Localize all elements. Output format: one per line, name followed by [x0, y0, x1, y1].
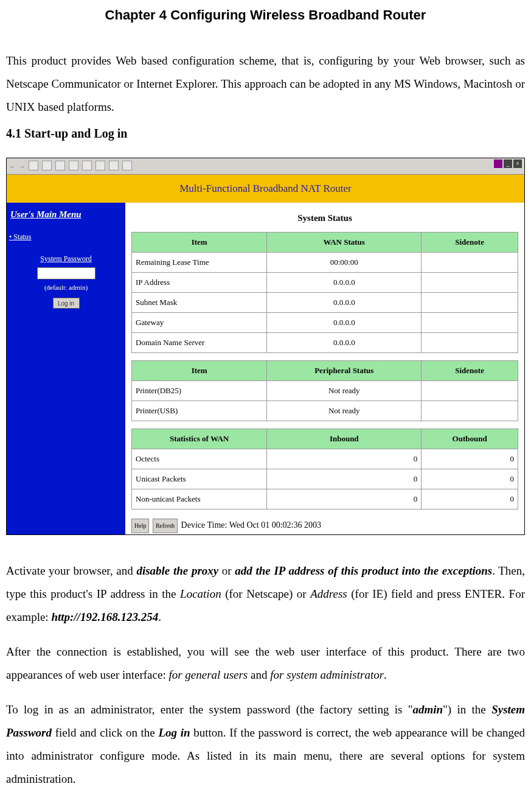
- router-banner: Multi-Functional Broadband NAT Router: [7, 175, 524, 203]
- th-inbound: Inbound: [267, 429, 422, 449]
- table-cell: Subnet Mask: [132, 292, 267, 312]
- table-cell: [422, 252, 518, 272]
- th-outbound: Outbound: [422, 429, 518, 449]
- table-cell: 0: [267, 469, 422, 489]
- table-cell: 00:00:00: [267, 252, 422, 272]
- emphasis-address: Address: [310, 587, 347, 600]
- table-cell: Octects: [132, 449, 267, 469]
- browser-toolbar: ← → _ ×: [7, 158, 524, 175]
- favorites-icon[interactable]: [109, 161, 119, 170]
- table-cell: 0.0.0.0: [267, 332, 422, 352]
- history-icon[interactable]: [122, 161, 132, 170]
- emphasis-sys-admin: for system administrator: [270, 668, 384, 681]
- th-sidenote: Sidenote: [422, 232, 518, 252]
- toolbar-left: ← →: [9, 161, 132, 173]
- sidebar: User's Main Menu • Status System Passwor…: [7, 203, 125, 534]
- table-cell: Printer(USB): [132, 401, 267, 421]
- table-cell: 0: [422, 489, 518, 509]
- emphasis-location: Location: [180, 587, 221, 600]
- login-button[interactable]: Log in: [53, 298, 80, 309]
- table-cell: [422, 401, 518, 421]
- content-title: System Status: [131, 209, 518, 227]
- menu-title: User's Main Menu: [10, 205, 122, 223]
- section-heading: 4.1 Start-up and Log in: [6, 121, 525, 145]
- paragraph-3: To log in as an administrator, enter the…: [6, 698, 525, 791]
- example-url: http://192.168.123.254: [51, 611, 158, 623]
- table-cell: [422, 332, 518, 352]
- router-screenshot: ← → _ × Multi-Functional Broadband NAT R…: [6, 158, 525, 535]
- table-cell: IP Address: [132, 272, 267, 292]
- search-icon[interactable]: [69, 161, 78, 170]
- table-cell: Unicast Packets: [132, 469, 267, 489]
- table-cell: [422, 312, 518, 332]
- toolbar-right: _ ×: [494, 159, 522, 168]
- peripheral-status-table: Item Peripheral Status Sidenote Printer(…: [131, 360, 518, 421]
- table-cell: [422, 292, 518, 312]
- stop-icon[interactable]: [29, 161, 38, 170]
- tab-1[interactable]: [494, 159, 502, 168]
- th-stats: Statistics of WAN: [132, 429, 267, 449]
- print-icon[interactable]: [82, 161, 92, 170]
- table-cell: Gateway: [132, 312, 267, 332]
- mail-icon[interactable]: [95, 161, 105, 170]
- th-peri: Peripheral Status: [267, 360, 422, 380]
- table-cell: Remaining Lease Time: [132, 252, 267, 272]
- th-wanstatus: WAN Status: [267, 232, 422, 252]
- emphasis-login: Log in: [158, 726, 190, 739]
- wan-stats-table: Statistics of WAN Inbound Outbound Octec…: [131, 429, 518, 509]
- emphasis-admin: admin: [412, 703, 443, 716]
- emphasis-general-users: for general users: [168, 668, 248, 681]
- intro-paragraph: This product provides Web based configur…: [6, 49, 525, 119]
- table-cell: Not ready: [267, 380, 422, 401]
- emphasis-add-exception: add the IP address of this product into …: [235, 564, 492, 577]
- table-cell: 0: [422, 469, 518, 489]
- home-icon[interactable]: [55, 161, 65, 170]
- paragraph-1: Activate your browser, and disable the p…: [6, 559, 525, 629]
- password-default-note: (default: admin): [10, 281, 122, 294]
- table-cell: Printer(DB25): [132, 380, 267, 401]
- help-button[interactable]: Help: [131, 519, 149, 533]
- table-cell: 0.0.0.0: [267, 272, 422, 292]
- table-cell: Not ready: [267, 401, 422, 421]
- sidebar-item-status[interactable]: • Status: [9, 229, 122, 244]
- content-area: System Status Item WAN Status Sidenote R…: [125, 203, 524, 534]
- th-item: Item: [132, 232, 267, 252]
- reload-icon[interactable]: [42, 161, 52, 170]
- table-cell: 0: [267, 489, 422, 509]
- password-label: System Password: [10, 251, 122, 266]
- close-icon[interactable]: ×: [513, 159, 522, 168]
- th-item: Item: [132, 360, 267, 380]
- refresh-button[interactable]: Refresh: [153, 519, 178, 533]
- wan-status-table: Item WAN Status Sidenote Remaining Lease…: [131, 232, 518, 353]
- table-cell: 0.0.0.0: [267, 292, 422, 312]
- table-cell: Non-unicast Packets: [132, 489, 267, 509]
- chapter-title: Chapter 4 Configuring Wireless Broadband…: [6, 6, 525, 25]
- device-time: Device Time: Wed Oct 01 00:02:36 2003: [181, 520, 321, 530]
- paragraph-2: After the connection is established, you…: [6, 640, 525, 687]
- emphasis-disable-proxy: disable the proxy: [136, 564, 218, 577]
- table-cell: 0: [267, 449, 422, 469]
- minimize-icon[interactable]: _: [504, 159, 512, 168]
- table-cell: 0: [422, 449, 518, 469]
- table-cell: Domain Name Server: [132, 332, 267, 352]
- table-cell: [422, 272, 518, 292]
- back-icon[interactable]: ←: [9, 161, 15, 173]
- table-cell: [422, 380, 518, 401]
- th-side: Sidenote: [422, 360, 518, 380]
- password-input[interactable]: [37, 267, 95, 279]
- table-cell: 0.0.0.0: [267, 312, 422, 332]
- forward-icon[interactable]: →: [19, 161, 25, 173]
